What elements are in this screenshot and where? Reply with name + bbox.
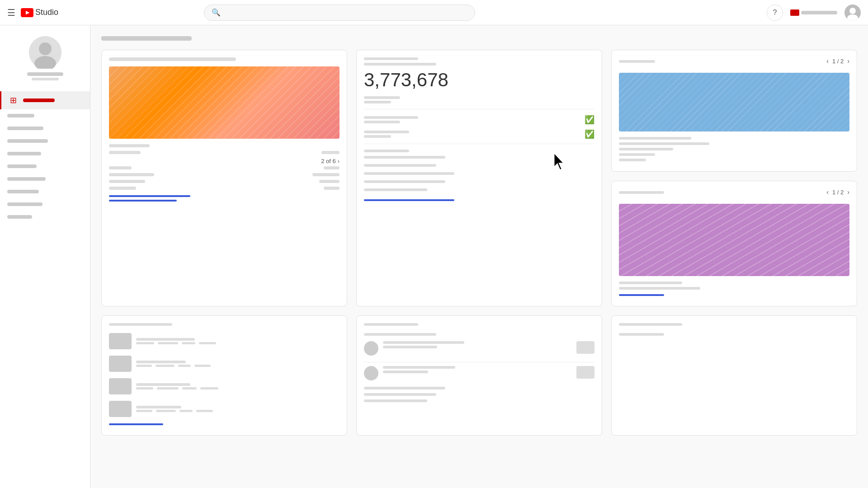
- flag-icon: [790, 9, 799, 16]
- comment-bar: [383, 371, 428, 373]
- card-thumbnail-purple: [619, 204, 849, 276]
- stat-bar: [312, 173, 340, 176]
- comment-item: [364, 366, 594, 380]
- video-stat: [194, 365, 211, 367]
- sidebar-item-label: [7, 190, 39, 193]
- prev-arrow[interactable]: ‹: [826, 57, 829, 65]
- sidebar-item-audio[interactable]: [0, 198, 90, 211]
- sidebar-item-videos[interactable]: [0, 109, 90, 122]
- stat-bar: [324, 166, 340, 169]
- check-icon: ✅: [585, 115, 594, 125]
- chevron-right-icon[interactable]: ›: [338, 158, 340, 164]
- stat-bar: [109, 187, 136, 190]
- comment-bar: [383, 346, 437, 348]
- menu-icon[interactable]: ☰: [7, 7, 15, 18]
- stat-row: [109, 166, 340, 169]
- separator: [364, 362, 594, 362]
- text-bar: [619, 159, 646, 161]
- badge-row: 2 of 6 ›: [109, 158, 340, 164]
- bottom-bar: [364, 180, 445, 183]
- progress-bars: [109, 195, 340, 202]
- list-bar: [364, 131, 409, 133]
- stat-row: [109, 180, 340, 183]
- sidebar-item-settings[interactable]: [0, 211, 90, 223]
- sidebar-sub-bar: [32, 78, 59, 80]
- analytics-progress-bar: [364, 199, 454, 201]
- account-avatar[interactable]: [844, 5, 861, 21]
- stat-bar: [109, 166, 132, 169]
- card-header-bar: [109, 323, 172, 326]
- card-video-list: [101, 315, 347, 436]
- sidebar-item-label: [7, 177, 46, 181]
- sidebar-item-customization[interactable]: [0, 185, 90, 198]
- text-bar: [619, 282, 682, 284]
- comment-content: [383, 341, 572, 350]
- card-text-bars: [619, 282, 849, 290]
- video-stat: [156, 365, 175, 367]
- sidebar-name-bar: [27, 72, 63, 76]
- video-thumbnail: [109, 378, 132, 394]
- video-title-bar: [136, 406, 181, 408]
- list-item-row: ✅: [364, 129, 594, 139]
- video-stat: [178, 365, 191, 367]
- video-stat: [136, 342, 154, 344]
- thumbnail-image-blue: [619, 73, 849, 131]
- extra-bar: [364, 393, 436, 396]
- video-list-item: [109, 356, 340, 372]
- account-flag: [790, 9, 837, 16]
- main-content: 2 of 6 ›: [90, 25, 868, 488]
- card-nav-row: ‹ 1 / 2 ›: [619, 188, 849, 199]
- video-stat: [182, 342, 195, 344]
- search-bar[interactable]: 🔍: [204, 5, 475, 21]
- video-meta: [136, 361, 340, 367]
- search-input[interactable]: [224, 9, 467, 16]
- header-left: ☰ Studio: [7, 7, 58, 18]
- sidebar-item-playlists[interactable]: [0, 122, 90, 135]
- card-thumbnail-orange: [109, 66, 340, 139]
- stat-row: [109, 187, 340, 190]
- video-stat: [196, 410, 213, 412]
- bottom-bar: [364, 188, 427, 191]
- comment-action-btn[interactable]: [576, 366, 594, 379]
- sidebar-item-subtitles[interactable]: [0, 160, 90, 173]
- video-stat: [136, 410, 152, 412]
- bottom-bar: [364, 164, 436, 167]
- progress-bar: [109, 423, 163, 425]
- sidebar-item-label: [7, 215, 32, 219]
- video-meta: [136, 383, 340, 389]
- card-header-bar: [364, 323, 418, 326]
- sidebar-item-dashboard[interactable]: ⊞: [0, 91, 90, 109]
- sidebar-item-comments[interactable]: [0, 147, 90, 160]
- card-stat-rows: 2 of 6 ›: [109, 144, 340, 190]
- video-list-item: [109, 378, 340, 394]
- separator: [364, 109, 594, 109]
- video-stat: [136, 365, 152, 367]
- stat-bar: [321, 151, 340, 154]
- sidebar-item-label: [7, 164, 37, 168]
- help-button[interactable]: ?: [767, 5, 783, 21]
- sidebar-item-monetization[interactable]: [0, 173, 90, 185]
- extra-bar: [364, 399, 427, 402]
- next-arrow[interactable]: ›: [847, 57, 849, 65]
- extra-bar: [364, 387, 445, 389]
- video-title-bar: [136, 383, 190, 386]
- header-right: ?: [767, 5, 861, 21]
- text-bar: [619, 153, 655, 156]
- video-stat: [157, 387, 179, 389]
- card-header-bar: [109, 57, 236, 61]
- sidebar-item-analytics[interactable]: [0, 135, 90, 147]
- video-meta: [136, 338, 340, 344]
- bottom-bar: [364, 156, 445, 159]
- account-name-bar: [801, 11, 837, 14]
- stat-row: [109, 151, 340, 154]
- prev-arrow[interactable]: ‹: [826, 188, 829, 196]
- comment-action-btn[interactable]: [576, 341, 594, 354]
- list-item-left: [364, 131, 585, 138]
- separator: [364, 144, 594, 144]
- sidebar-avatar-section: [0, 33, 90, 88]
- thumbnail-image: [109, 66, 340, 139]
- video-title-bar: [136, 361, 186, 363]
- list-bar: [364, 135, 391, 138]
- stat-bar: [109, 151, 141, 154]
- next-arrow[interactable]: ›: [847, 188, 849, 196]
